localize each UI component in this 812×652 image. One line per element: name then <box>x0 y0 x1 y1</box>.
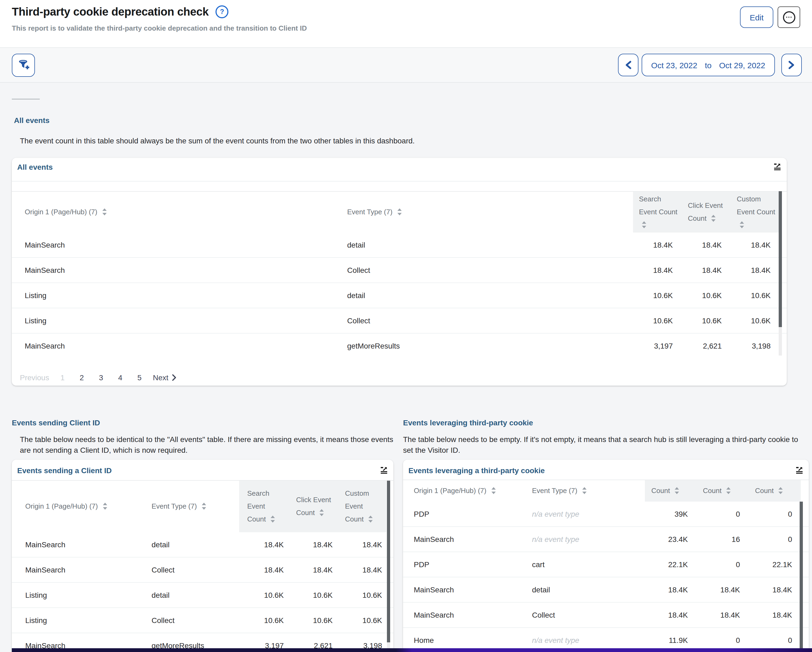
table-cell: MainSearch <box>403 585 532 594</box>
previous-week-button[interactable] <box>618 54 638 76</box>
table-row: MainSearchgetMoreResults3,1972,6213,198 <box>12 333 787 358</box>
column-header[interactable]: Origin 1 (Page/Hub) (7) <box>12 192 345 233</box>
table-cell: 3,197 <box>633 341 682 350</box>
sort-icon <box>711 215 716 222</box>
add-filter-button[interactable] <box>12 53 35 76</box>
more-options-button[interactable] <box>778 6 800 28</box>
card-title-link[interactable]: All events <box>12 158 787 171</box>
table-cell: 10.6K <box>288 616 337 625</box>
date-to-label: to <box>705 61 711 70</box>
column-header[interactable]: Event Type (7) <box>345 192 633 233</box>
help-icon[interactable]: ? <box>216 5 229 18</box>
table-cell: 22.1K <box>749 560 801 569</box>
column-header[interactable]: Origin 1 (Page/Hub) (7) <box>12 481 151 532</box>
column-header[interactable]: Event Type (7) <box>151 481 239 532</box>
scrollbar-thumb[interactable] <box>387 481 390 642</box>
pagination-page-1[interactable]: 1 <box>61 373 65 382</box>
card-title-link[interactable]: Events sending a Client ID <box>12 460 393 475</box>
pagination-page-2[interactable]: 2 <box>80 373 84 382</box>
column-header[interactable]: Click Event Count <box>682 192 731 233</box>
column-header[interactable]: Click Event Count <box>288 481 337 532</box>
column-header[interactable]: Search Event Count <box>239 481 288 532</box>
page-title: Third-party cookie deprecation check <box>12 5 209 18</box>
table-row: MainSearchdetail18.4K18.4K18.4K <box>403 577 809 603</box>
table-cell: 0 <box>696 636 749 644</box>
table-cell: Listing <box>12 291 345 300</box>
table-cell: Collect <box>151 565 239 574</box>
table-cell: 10.6K <box>239 591 288 599</box>
column-header[interactable]: Custom Event Count <box>731 192 780 233</box>
table-cell: 18.4K <box>682 241 731 249</box>
table-cell: MainSearch <box>12 266 345 274</box>
column-header[interactable]: Custom Event Count <box>337 481 386 532</box>
sort-icon <box>642 221 647 228</box>
vertical-scrollbar <box>387 481 390 652</box>
date-range-button[interactable]: Oct 23, 2022 to Oct 29, 2022 <box>641 54 775 76</box>
table-cell: MainSearch <box>12 540 151 549</box>
date-end: Oct 29, 2022 <box>719 61 765 70</box>
export-icon[interactable] <box>773 163 781 171</box>
table-row: Listingdetail10.6K10.6K10.6K <box>12 583 393 608</box>
table-cell: detail <box>345 291 633 300</box>
column-header[interactable]: Count <box>696 480 749 502</box>
table-cell: 18.4K <box>239 540 288 549</box>
table-cell: 18.4K <box>337 565 386 574</box>
sort-icon <box>491 487 496 494</box>
table-cell: n/a event type <box>532 636 645 644</box>
export-icon[interactable] <box>380 466 388 474</box>
edit-button[interactable]: Edit <box>740 6 773 28</box>
table-cell: 18.4K <box>645 611 696 619</box>
table-cell: detail <box>532 585 645 594</box>
table-cell: MainSearch <box>12 565 151 574</box>
table-cell: 18.4K <box>682 266 731 274</box>
pagination: Previous 12345 Next <box>12 373 787 385</box>
pagination-page-4[interactable]: 4 <box>118 373 122 382</box>
table-cell: 18.4K <box>696 585 749 594</box>
table-cell: 18.4K <box>645 585 696 594</box>
page-subtitle: This report is to validate the third-par… <box>12 24 812 32</box>
table-cell: 18.4K <box>731 241 780 249</box>
table-cell: 0 <box>749 535 801 544</box>
sort-icon <box>368 516 373 523</box>
pagination-page-3[interactable]: 3 <box>99 373 103 382</box>
card-title-link[interactable]: Events leveraging a third-party cookie <box>403 460 809 475</box>
column-header[interactable]: Count <box>645 480 696 502</box>
pagination-page-5[interactable]: 5 <box>137 373 142 382</box>
table-cell: MainSearch <box>403 535 532 544</box>
table-header-row: Origin 1 (Page/Hub) (7) Event Type (7) S… <box>12 480 393 532</box>
funnel-plus-icon <box>17 59 29 71</box>
chevron-right-icon <box>172 374 177 381</box>
dashboard-page: Third-party cookie deprecation check ? T… <box>0 0 812 652</box>
table-cell: Collect <box>151 616 239 625</box>
third-party-section-link[interactable]: Events leveraging third-party cookie <box>403 418 533 427</box>
table-cell: 2,621 <box>682 341 731 350</box>
scrollbar-thumb[interactable] <box>779 191 782 327</box>
table-cell: 10.6K <box>288 591 337 599</box>
column-header[interactable]: Event Type (7) <box>532 480 645 502</box>
column-header[interactable]: Search Event Count <box>633 192 682 233</box>
pagination-previous[interactable]: Previous <box>20 373 49 382</box>
column-header[interactable]: Origin 1 (Page/Hub) (7) <box>403 480 532 502</box>
column-header[interactable]: Count <box>749 480 801 502</box>
table-cell: PDP <box>403 510 532 518</box>
client-id-section-link[interactable]: Events sending Client ID <box>12 418 100 427</box>
client-id-card: Events sending a Client ID Origin 1 (Pag… <box>12 460 393 652</box>
table-cell: 10.6K <box>633 316 682 325</box>
all-events-section-link[interactable]: All events <box>14 116 49 125</box>
table-cell: 10.6K <box>337 616 386 625</box>
third-party-card: Events leveraging a third-party cookie O… <box>403 460 809 652</box>
table-cell: Collect <box>532 611 645 619</box>
table-cell: PDP <box>403 560 532 569</box>
export-icon[interactable] <box>795 466 803 474</box>
table-cell: 39K <box>645 510 696 518</box>
next-week-button[interactable] <box>781 54 802 76</box>
table-cell: 0 <box>749 510 801 518</box>
chevron-right-icon <box>788 61 795 69</box>
table-cell: 10.6K <box>682 316 731 325</box>
table-row: PDPn/a event type39K00 <box>403 502 809 527</box>
all-events-section-description: The event count in this table should alw… <box>20 136 611 146</box>
scrollbar-thumb[interactable] <box>800 502 803 649</box>
pagination-next-label: Next <box>153 373 168 382</box>
table-cell: getMoreResults <box>345 341 633 350</box>
pagination-next[interactable]: Next <box>153 373 177 382</box>
